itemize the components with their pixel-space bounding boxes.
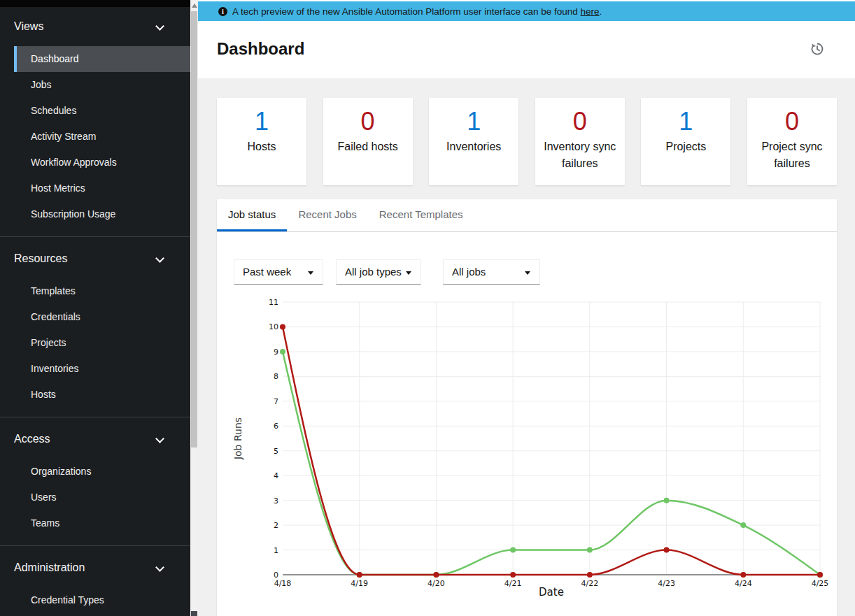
sidebar-item-jobs[interactable]: Jobs — [14, 72, 190, 98]
sidebar-section-access-label: Access — [14, 433, 50, 445]
projects-count[interactable]: 1 — [641, 108, 730, 136]
sidebar: Views Dashboard Jobs Schedules Activity … — [0, 0, 190, 616]
svg-text:4/20: 4/20 — [428, 579, 445, 588]
caret-down-icon — [308, 271, 313, 275]
data-point-successful — [587, 547, 593, 553]
sidebar-section-administration-label: Administration — [14, 561, 85, 573]
data-point-failed — [280, 324, 285, 329]
sidebar-item-activity-stream[interactable]: Activity Stream — [14, 124, 190, 150]
sidebar-item-projects[interactable]: Projects — [14, 330, 190, 356]
chevron-down-icon — [155, 563, 164, 572]
banner-suffix: . — [600, 6, 602, 17]
sidebar-divider — [0, 236, 190, 237]
card-inventory-sync-failures: 0 Inventory sync failures — [535, 98, 625, 185]
sidebar-section-resources[interactable]: Resources — [0, 246, 190, 271]
chevron-down-icon — [155, 434, 164, 443]
sidebar-section-access[interactable]: Access — [0, 427, 190, 452]
svg-text:3: 3 — [274, 496, 278, 506]
card-project-sync-failures: 0 Project sync failures — [747, 98, 837, 185]
data-point-failed — [817, 572, 823, 578]
failed-hosts-label: Failed hosts — [323, 138, 413, 155]
svg-text:4/21: 4/21 — [504, 579, 522, 588]
svg-text:4: 4 — [274, 471, 278, 480]
sidebar-item-templates[interactable]: Templates — [14, 278, 190, 304]
inventories-label: Inventories — [429, 138, 518, 155]
data-point-failed — [740, 572, 746, 578]
sidebar-item-organizations[interactable]: Organizations — [14, 459, 190, 485]
hosts-count[interactable]: 1 — [217, 108, 306, 136]
scrollbar-down-arrow-icon[interactable] — [191, 611, 197, 616]
sidebar-item-credentials[interactable]: Credentials — [14, 304, 190, 330]
period-select[interactable]: Past week — [234, 259, 323, 285]
svg-text:4/23: 4/23 — [658, 579, 675, 588]
jobs-select-value: All jobs — [452, 266, 486, 278]
tab-recent-jobs[interactable]: Recent Jobs — [287, 199, 367, 231]
sidebar-item-schedules[interactable]: Schedules — [14, 98, 190, 124]
sidebar-item-workflow-approvals[interactable]: Workflow Approvals — [14, 150, 190, 176]
scrollbar-thumb[interactable] — [191, 11, 197, 447]
sidebar-divider — [0, 417, 190, 417]
hosts-label: Hosts — [217, 138, 306, 155]
inventories-count[interactable]: 1 — [429, 108, 518, 136]
job-type-select-value: All job types — [345, 266, 402, 278]
svg-text:6: 6 — [274, 422, 278, 431]
sidebar-item-users[interactable]: Users — [14, 485, 190, 510]
main-content: i A tech preview of the new Ansible Auto… — [198, 0, 855, 616]
svg-text:4/25: 4/25 — [812, 579, 829, 588]
sidebar-section-resources-label: Resources — [14, 252, 67, 264]
svg-text:Date: Date — [539, 586, 564, 599]
caret-down-icon — [406, 271, 411, 275]
awx-dashboard-page: Views Dashboard Jobs Schedules Activity … — [0, 0, 855, 616]
sidebar-section-administration[interactable]: Administration — [0, 555, 190, 580]
projects-label: Projects — [641, 138, 730, 155]
project-sync-failures-count[interactable]: 0 — [747, 108, 837, 136]
data-point-successful — [280, 349, 285, 354]
chevron-down-icon — [155, 22, 164, 31]
jobs-select[interactable]: All jobs — [443, 259, 540, 285]
sidebar-item-dashboard[interactable]: Dashboard — [14, 46, 190, 72]
card-failed-hosts: 0 Failed hosts — [323, 98, 413, 185]
summary-cards: 1 Hosts 0 Failed hosts 1 Inventories 0 I… — [217, 98, 837, 185]
job-type-select[interactable]: All job types — [336, 259, 421, 285]
data-point-failed — [587, 572, 593, 578]
info-icon: i — [218, 7, 227, 16]
svg-text:4/22: 4/22 — [581, 579, 599, 588]
svg-text:5: 5 — [274, 447, 278, 456]
svg-text:7: 7 — [274, 397, 278, 406]
job-status-panel: Job status Recent Jobs Recent Templates … — [217, 199, 837, 616]
period-select-value: Past week — [243, 266, 291, 278]
project-sync-failures-label: Project sync failures — [747, 138, 837, 172]
sidebar-item-subscription-usage[interactable]: Subscription Usage — [14, 201, 190, 227]
data-point-failed — [357, 572, 362, 578]
svg-text:2: 2 — [274, 521, 278, 530]
caret-down-icon — [525, 271, 530, 275]
sidebar-nav: Views Dashboard Jobs Schedules Activity … — [0, 7, 190, 613]
sidebar-divider — [0, 545, 190, 546]
card-inventories: 1 Inventories — [429, 98, 518, 185]
svg-text:4/19: 4/19 — [351, 579, 368, 588]
failed-hosts-count[interactable]: 0 — [323, 108, 413, 136]
data-point-failed — [664, 547, 670, 553]
svg-text:4/18: 4/18 — [274, 579, 292, 588]
sidebar-item-host-metrics[interactable]: Host Metrics — [14, 176, 190, 201]
card-hosts: 1 Hosts — [217, 98, 306, 185]
sidebar-top-strip — [0, 0, 190, 7]
svg-text:4/24: 4/24 — [735, 579, 752, 588]
svg-text:9: 9 — [274, 348, 278, 357]
sidebar-item-credential-types[interactable]: Credential Types — [14, 587, 190, 613]
svg-text:8: 8 — [274, 372, 278, 381]
vertical-scrollbar[interactable] — [190, 0, 198, 616]
tab-job-status[interactable]: Job status — [217, 199, 287, 231]
tab-recent-templates[interactable]: Recent Templates — [368, 199, 474, 231]
panel-tabs: Job status Recent Jobs Recent Templates — [217, 199, 837, 232]
sidebar-section-views[interactable]: Views — [0, 14, 190, 39]
history-icon[interactable] — [810, 41, 825, 57]
inventory-sync-failures-count[interactable]: 0 — [535, 108, 625, 136]
sidebar-item-hosts[interactable]: Hosts — [14, 382, 190, 408]
banner-text: A tech preview of the new Ansible Automa… — [232, 6, 578, 17]
svg-text:11: 11 — [269, 298, 278, 307]
banner-here-link[interactable]: here — [581, 6, 600, 17]
scrollbar-up-arrow-icon[interactable] — [192, 3, 197, 8]
sidebar-item-inventories[interactable]: Inventories — [14, 356, 190, 382]
sidebar-item-teams[interactable]: Teams — [14, 510, 190, 536]
